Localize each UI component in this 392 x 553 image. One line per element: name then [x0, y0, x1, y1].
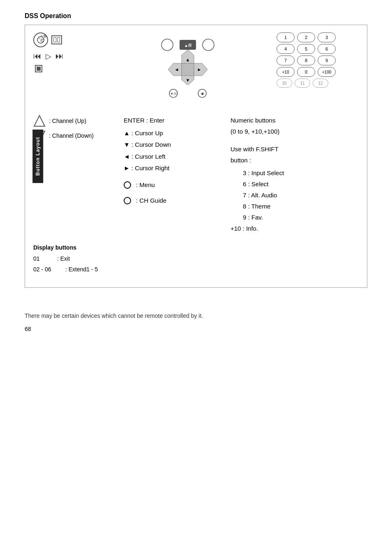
- desc-area: : Channel (Up) : Channel (Down) ENTER : …: [33, 115, 359, 234]
- fshift-item-plus10: +10 : Info.: [231, 223, 359, 234]
- skip-prev-icon[interactable]: ⏮: [33, 51, 42, 61]
- page-number: 68: [25, 326, 367, 332]
- svg-text:►: ►: [197, 67, 202, 72]
- footnote: There may be certain devices which canno…: [25, 312, 367, 319]
- display-item-01: 01 : Exit: [33, 253, 359, 264]
- num-btn-5[interactable]: 5: [297, 44, 315, 54]
- num-btn-11[interactable]: 11: [295, 79, 310, 88]
- dpad-area: ▲/II ▲ ▼ ◄ ►: [143, 32, 233, 102]
- display-buttons-section: Display buttons 01 : Exit 02 - 06 : Exte…: [33, 242, 359, 275]
- numeric-range: (0 to 9, +10,+100): [231, 126, 359, 137]
- numpad-row-3: 7 8 9: [277, 56, 359, 65]
- display-num-02-06: 02 - 06: [33, 264, 62, 275]
- num-btn-9[interactable]: 9: [318, 56, 336, 65]
- fshift-item-8: 8 : Theme: [243, 201, 359, 212]
- svg-text:▼/II: ▼/II: [170, 92, 177, 96]
- desc-col-left: : Channel (Up) : Channel (Down): [33, 115, 124, 143]
- num-btn-6[interactable]: 6: [318, 44, 336, 54]
- display-desc-02-06: : Extend1 - 5: [65, 264, 98, 275]
- num-btn-12[interactable]: 12: [313, 79, 328, 88]
- fshift-item-6: 6 : Select: [243, 178, 359, 190]
- channel-up-icon: [33, 115, 46, 128]
- desc-col-right: Numeric buttons (0 to 9, +10,+100) Use w…: [231, 115, 359, 234]
- dpad-svg: ▲/II ▲ ▼ ◄ ►: [151, 32, 225, 102]
- numpad-row-5: 10 11 12: [277, 79, 359, 88]
- num-btn-plus100[interactable]: +100: [318, 67, 336, 77]
- cursor-left-label: ◄ : Cursor Left: [124, 151, 231, 163]
- ch-guide-circle-icon: [124, 197, 131, 204]
- svg-point-3: [161, 39, 173, 51]
- channel-down-row: : Channel (Down): [33, 130, 124, 143]
- numpad-row-1: 1 2 3: [277, 32, 359, 42]
- ch-guide-label: : CH Guide: [136, 195, 166, 207]
- num-btn-3[interactable]: 3: [318, 32, 336, 42]
- num-btn-8[interactable]: 8: [297, 56, 315, 65]
- svg-text:◄: ◄: [175, 67, 179, 72]
- cursor-up-label: ▲ : Cursor Up: [124, 127, 231, 139]
- fshift-title: Use with F.SHIFT: [231, 143, 359, 155]
- svg-text:▲/II: ▲/II: [184, 43, 191, 48]
- num-btn-0[interactable]: 0: [297, 67, 315, 77]
- fshift-item-7: 7 : Alt. Audio: [243, 190, 359, 201]
- cursor-down-label: ▼ : Cursor Down: [124, 139, 231, 151]
- side-label: Button Layout: [32, 130, 43, 183]
- desc-col-center: ENTER : Enter ▲ : Cursor Up ▼ : Cursor D…: [124, 115, 231, 207]
- svg-text:⏻: ⏻: [40, 38, 44, 42]
- svg-marker-20: [34, 116, 45, 126]
- display-num-01: 01: [33, 253, 54, 264]
- power-button[interactable]: 1/ ⏻: [33, 32, 48, 47]
- stop-button[interactable]: [35, 65, 42, 72]
- num-btn-1[interactable]: 1: [277, 32, 295, 42]
- ch-guide-row: : CH Guide: [124, 195, 231, 207]
- svg-rect-11: [182, 63, 194, 76]
- num-btn-2[interactable]: 2: [297, 32, 315, 42]
- num-btn-7[interactable]: 7: [277, 56, 295, 65]
- menu-row: : Menu: [124, 179, 231, 191]
- numeric-title: Numeric buttons: [231, 115, 359, 126]
- fshift-subtitle: button :: [231, 155, 359, 166]
- channel-up-row: : Channel (Up): [33, 115, 124, 128]
- num-btn-4[interactable]: 4: [277, 44, 295, 54]
- svg-text:⏺: ⏺: [201, 92, 204, 96]
- page-wrapper: DSS Operation Button Layout 1/ ⏻: [0, 0, 392, 349]
- skip-next-icon[interactable]: ⏭: [55, 51, 64, 61]
- display-desc-01: : Exit: [57, 253, 70, 264]
- fshift-item-3: 3 : Input Select: [243, 167, 359, 178]
- fshift-items: 3 : Input Select 6 : Select 7 : Alt. Aud…: [231, 167, 359, 234]
- remote-left: 1/ ⏻ ⏮ ▷ ⏭: [33, 32, 99, 72]
- main-box: Button Layout 1/ ⏻: [25, 25, 367, 288]
- svg-point-4: [203, 39, 214, 51]
- channel-up-label: : Channel (Up): [49, 116, 86, 126]
- num-btn-plus10[interactable]: +10: [277, 67, 295, 77]
- section-title: DSS Operation: [25, 12, 367, 20]
- numpad-area: 1 2 3 4 5 6 7 8 9 +10: [277, 32, 359, 88]
- menu-circle-icon: [124, 181, 131, 189]
- numpad-row-2: 4 5 6: [277, 44, 359, 54]
- stop-button-row: [35, 65, 42, 72]
- num-btn-10[interactable]: 10: [277, 79, 292, 88]
- menu-label: : Menu: [136, 179, 155, 191]
- remote-area: 1/ ⏻ ⏮ ▷ ⏭: [33, 32, 359, 102]
- display-item-02-06: 02 - 06 : Extend1 - 5: [33, 264, 359, 275]
- play-icon[interactable]: ▷: [46, 52, 51, 61]
- svg-text:▲: ▲: [186, 57, 190, 62]
- svg-text:▼: ▼: [186, 78, 190, 83]
- display-buttons-title: Display buttons: [33, 242, 359, 253]
- numpad-row-4: +10 0 +100: [277, 67, 359, 77]
- transport-controls: ⏮ ▷ ⏭: [33, 51, 64, 61]
- remote-top-row: 1/ ⏻: [33, 32, 62, 47]
- channel-down-label: : Channel (Down): [49, 131, 94, 141]
- cursor-right-label: ► : Cursor Right: [124, 162, 231, 174]
- enter-label: ENTER : Enter: [124, 115, 231, 127]
- fshift-item-9: 9 : Fav.: [243, 212, 359, 223]
- window-icon[interactable]: [51, 35, 62, 44]
